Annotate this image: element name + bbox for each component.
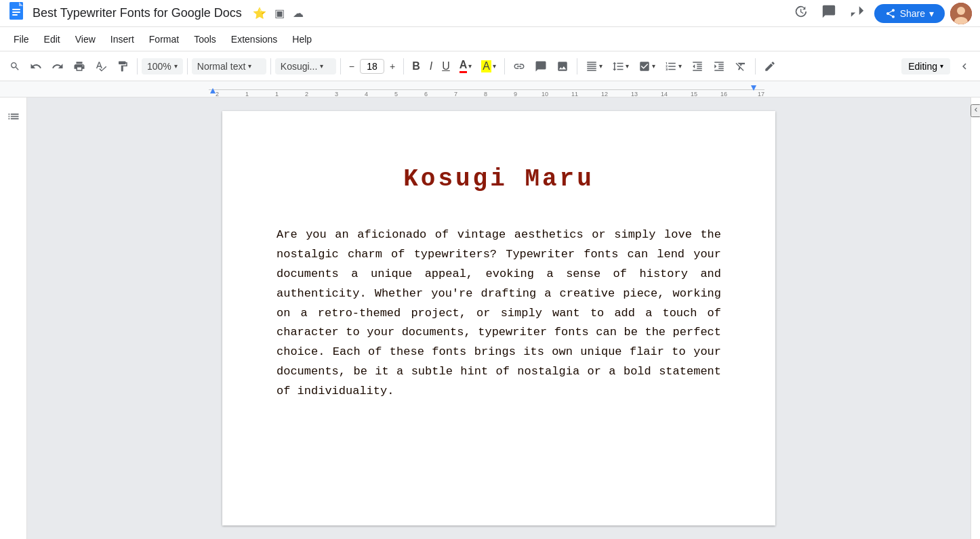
style-chevron: ▾ [248,62,251,70]
font-size-increase[interactable]: + [386,58,399,74]
editing-chevron: ▾ [940,62,943,70]
ruler-line [209,89,764,90]
increase-indent-button[interactable] [709,58,729,75]
print-button[interactable] [69,58,89,75]
numbered-list-button[interactable]: ▾ [661,58,686,75]
sep6 [504,58,505,74]
menu-tools[interactable]: Tools [187,31,223,47]
highlight-button[interactable]: A ▾ [477,58,500,75]
collapse-button[interactable] [971,104,981,117]
font-size-decrease[interactable]: − [345,58,359,74]
style-select[interactable]: Normal text ▾ [192,58,266,74]
font-size-input[interactable] [360,59,384,74]
style-label: Normal text [197,61,246,72]
menu-file[interactable]: File [7,31,36,47]
title-bar-right: Share ▾ [789,1,972,25]
menu-insert[interactable]: Insert [104,31,141,47]
outline-icon[interactable] [1,104,26,132]
pencil-button[interactable] [760,58,780,75]
sep4 [340,58,341,74]
title-bar-left: Best Typewriter Fonts for Google Docs ⭐ … [8,2,789,25]
menu-bar: File Edit View Insert Format Tools Exten… [0,27,980,51]
sep2 [187,58,188,74]
collapse-sidebar-button[interactable] [954,58,975,75]
menu-help[interactable]: Help [285,31,319,47]
share-button[interactable]: Share ▾ [874,4,945,23]
svg-rect-5 [12,14,18,16]
link-button[interactable] [509,58,529,75]
zoom-select[interactable]: 100% ▾ [142,58,183,74]
editing-label: Editing [908,61,937,72]
redo-button[interactable] [47,58,68,75]
sep8 [755,58,756,74]
svg-marker-9 [210,88,216,93]
font-chevron: ▾ [320,62,323,70]
font-size-control: − + [345,58,399,74]
paint-format-button[interactable] [113,58,133,75]
ruler: 2 1 1 2 3 4 5 6 7 8 9 10 11 12 13 14 15 … [0,81,980,98]
share-label: Share [900,8,925,19]
svg-rect-3 [12,9,20,10]
main-area: Kosugi Maru Are you an aficionado of vin… [0,98,980,539]
sep1 [137,58,138,74]
line-spacing-button[interactable]: ▾ [608,58,633,75]
zoom-chevron: ▾ [174,62,178,70]
document-page: Kosugi Maru Are you an aficionado of vin… [222,111,775,525]
align-button[interactable]: ▾ [581,58,607,75]
title-bar: Best Typewriter Fonts for Google Docs ⭐ … [0,0,980,27]
clear-formatting-button[interactable] [731,58,751,75]
sep5 [403,58,404,74]
font-color-chevron: ▾ [468,62,472,70]
menu-extensions[interactable]: Extensions [224,31,284,47]
svg-marker-10 [751,85,756,91]
font-select[interactable]: Kosugi... ▾ [275,58,336,74]
font-color-button[interactable]: A ▾ [455,56,476,76]
right-sidebar [971,98,980,539]
menu-view[interactable]: View [68,31,102,47]
share-chevron: ▾ [929,8,934,19]
highlight-chevron: ▾ [493,62,496,70]
star-button[interactable]: ⭐ [251,5,268,21]
document-body[interactable]: Are you an aficionado of vintage aesthet… [277,225,721,402]
spellcheck-button[interactable] [91,58,111,75]
document-area[interactable]: Kosugi Maru Are you an aficionado of vin… [27,98,971,539]
menu-format[interactable]: Format [142,31,186,47]
italic-button[interactable]: I [426,58,436,75]
ruler-ticks: 2 1 1 2 3 4 5 6 7 8 9 10 11 12 13 14 15 … [209,81,764,98]
gdocs-icon [8,2,27,25]
comment-button[interactable] [531,58,551,75]
user-avatar [950,3,972,24]
zoom-label: 100% [147,61,171,72]
checklist-button[interactable]: ▾ [634,58,659,75]
comments-button[interactable] [817,1,840,25]
cloud-button[interactable]: ☁ [291,5,305,21]
font-label: Kosugi... [281,61,317,72]
title-icons: ⭐ ▣ ☁ [251,5,305,21]
search-button[interactable] [5,58,24,74]
present-button[interactable] [846,1,869,25]
svg-point-7 [957,7,965,15]
ruler-marker-right [750,83,758,95]
editing-mode-button[interactable]: Editing ▾ [901,58,950,74]
drive-button[interactable]: ▣ [273,5,286,21]
underline-button[interactable]: U [438,58,454,75]
document-title: Best Typewriter Fonts for Google Docs [33,6,242,20]
undo-button[interactable] [26,58,46,75]
history-button[interactable] [789,1,812,25]
svg-rect-4 [12,12,20,13]
left-sidebar [0,98,27,539]
document-heading: Kosugi Maru [277,165,721,193]
image-button[interactable] [552,58,573,75]
toolbar: 100% ▾ Normal text ▾ Kosugi... ▾ − + B I… [0,51,980,81]
bold-button[interactable]: B [408,58,424,75]
sep3 [270,58,271,74]
decrease-indent-button[interactable] [687,58,708,75]
menu-edit[interactable]: Edit [37,31,67,47]
sep7 [577,58,577,74]
